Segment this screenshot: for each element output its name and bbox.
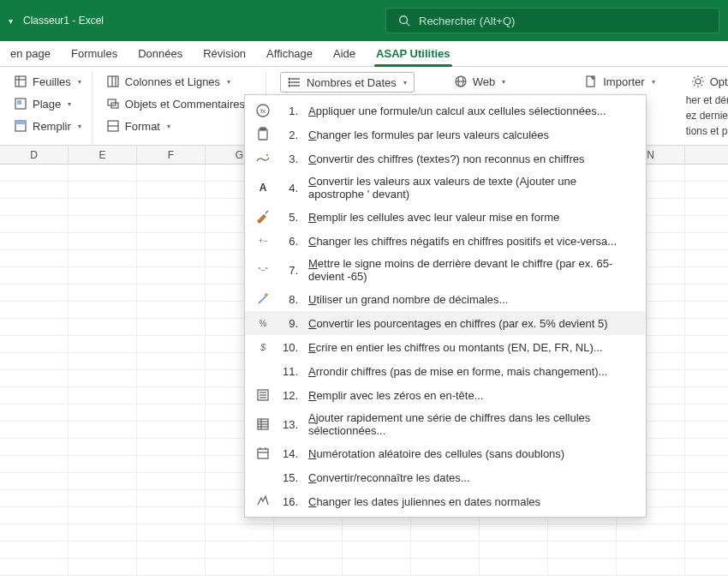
cell[interactable] — [0, 233, 69, 249]
cell[interactable] — [69, 165, 137, 181]
cell[interactable] — [69, 404, 137, 421]
cell[interactable] — [69, 233, 137, 249]
cell[interactable] — [411, 542, 480, 558]
cell[interactable] — [137, 542, 206, 558]
cell[interactable] — [685, 439, 728, 455]
sheets-button[interactable]: Feuilles▾ — [9, 72, 87, 91]
cell[interactable] — [137, 267, 206, 284]
cell[interactable] — [206, 542, 274, 558]
menu-item-10[interactable]: $10.Ecrire en entier les chiffres ou mon… — [245, 335, 646, 359]
cell[interactable] — [0, 353, 69, 369]
cell[interactable] — [69, 490, 137, 506]
menu-item-4[interactable]: A4.Convertir les valeurs aux valeurs de … — [245, 171, 646, 205]
cell[interactable] — [0, 216, 69, 232]
menu-item-6[interactable]: +−6.Changer les chiffres négatifs en chi… — [245, 229, 646, 253]
cell[interactable] — [685, 319, 728, 335]
tab-review[interactable]: Révision — [193, 42, 256, 66]
cell[interactable] — [69, 285, 137, 301]
cell[interactable] — [137, 182, 206, 198]
cell[interactable] — [0, 542, 69, 558]
cell[interactable] — [685, 336, 728, 352]
cell[interactable] — [137, 473, 206, 489]
search-box[interactable]: Rechercher (Alt+Q) — [385, 8, 719, 33]
cell[interactable] — [685, 250, 728, 267]
menu-item-11[interactable]: 11.Arrondir chiffres (pas de mise en for… — [245, 359, 646, 383]
cell[interactable] — [685, 473, 728, 489]
menu-item-5[interactable]: 5.Remplir les cellules avec leur valeur … — [245, 205, 646, 229]
cell[interactable] — [685, 559, 728, 575]
cell[interactable] — [69, 216, 137, 232]
cell[interactable] — [685, 285, 728, 301]
cell[interactable] — [0, 524, 69, 541]
tab-formulas[interactable]: Formules — [61, 42, 128, 66]
menu-item-1[interactable]: fx1.Appliquer une formule/un calcul aux … — [245, 99, 646, 123]
cell[interactable] — [69, 182, 137, 198]
cell[interactable] — [137, 302, 206, 318]
cell[interactable] — [343, 559, 411, 575]
cell[interactable] — [617, 524, 685, 541]
cell[interactable] — [0, 490, 69, 506]
numbers-dates-button[interactable]: Nombres et Dates▾ — [280, 72, 415, 93]
cell[interactable] — [69, 302, 137, 318]
cell[interactable] — [69, 456, 137, 472]
cell[interactable] — [685, 267, 728, 284]
cell[interactable] — [137, 524, 206, 541]
cell[interactable] — [137, 353, 206, 369]
cell[interactable] — [685, 524, 728, 541]
tab-page-layout[interactable]: en page — [0, 42, 61, 66]
cell[interactable] — [137, 439, 206, 455]
cell[interactable] — [137, 319, 206, 335]
cell[interactable] — [206, 524, 274, 541]
format-button[interactable]: Format▾ — [101, 117, 260, 135]
cell[interactable] — [411, 524, 480, 541]
cell[interactable] — [0, 404, 69, 421]
cell[interactable] — [685, 199, 728, 215]
menu-item-3[interactable]: 3.Convertir des chiffres (textes?) non r… — [245, 147, 646, 171]
cell[interactable] — [137, 404, 206, 421]
cell[interactable] — [0, 267, 69, 284]
cell[interactable] — [685, 353, 728, 369]
cell[interactable] — [69, 370, 137, 386]
cell[interactable] — [685, 370, 728, 386]
cell[interactable] — [0, 439, 69, 455]
cell[interactable] — [137, 199, 206, 215]
cell[interactable] — [480, 559, 548, 575]
col-header[interactable] — [685, 146, 728, 164]
tab-view[interactable]: Affichage — [256, 42, 323, 66]
cell[interactable] — [617, 542, 685, 558]
cell[interactable] — [0, 165, 69, 181]
menu-item-9[interactable]: %9.Convertir les pourcentages en chiffre… — [245, 311, 646, 335]
range-button[interactable]: Plage▾ — [9, 94, 87, 113]
cell[interactable] — [137, 285, 206, 301]
tab-data[interactable]: Données — [128, 42, 193, 66]
menu-item-13[interactable]: 13.Ajouter rapidement une série de chiff… — [245, 407, 646, 441]
menu-item-15[interactable]: 15.Convertir/reconnaître les dates... — [245, 465, 646, 489]
cell[interactable] — [411, 559, 480, 575]
cell[interactable] — [685, 216, 728, 232]
cell[interactable] — [137, 422, 206, 438]
cell[interactable] — [137, 233, 206, 249]
cell[interactable] — [685, 404, 728, 421]
cell[interactable] — [685, 302, 728, 318]
cell[interactable] — [0, 319, 69, 335]
menu-item-7[interactable]: "−"7.Mettre le signe moins de derrière d… — [245, 253, 646, 287]
fill-button[interactable]: Remplir▾ — [9, 117, 87, 135]
cell[interactable] — [480, 524, 548, 541]
cell[interactable] — [0, 473, 69, 489]
cell[interactable] — [617, 559, 685, 575]
tab-asap-utilities[interactable]: ASAP Utilities — [366, 42, 460, 66]
objects-comments-button[interactable]: Objets et Commentaires▾ — [101, 94, 260, 113]
cell[interactable] — [137, 559, 206, 575]
cell[interactable] — [69, 422, 137, 438]
menu-item-12[interactable]: 12.Remplir avec les zéros en en-tête... — [245, 383, 646, 407]
menu-item-16[interactable]: 16.Changer les dates juliennes en dates … — [245, 489, 646, 513]
cell[interactable] — [69, 353, 137, 369]
cell[interactable] — [0, 559, 69, 575]
cell[interactable] — [0, 336, 69, 352]
cell[interactable] — [274, 542, 343, 558]
cell[interactable] — [548, 542, 617, 558]
menu-item-2[interactable]: 2.Changer les formules par leurs valeurs… — [245, 123, 646, 147]
title-dropdown[interactable]: ▾ — [9, 16, 13, 26]
cell[interactable] — [0, 387, 69, 404]
cell[interactable] — [69, 250, 137, 267]
